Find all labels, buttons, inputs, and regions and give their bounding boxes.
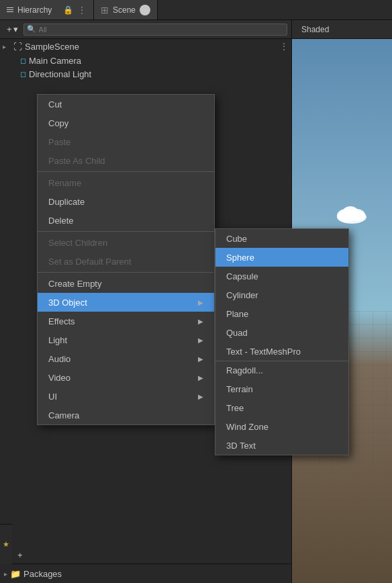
cylinder-label: Cylinder bbox=[226, 290, 258, 300]
scene-more-button[interactable]: ⋮ bbox=[279, 41, 289, 52]
audio-arrow-icon: ▶ bbox=[198, 355, 203, 363]
header-bar: Hierarchy 🔒 ⋮ ⊞ Scene bbox=[0, 0, 392, 20]
add-hierarchy-plus-icon[interactable]: + bbox=[17, 550, 23, 560]
light-icon: ◻ bbox=[20, 70, 26, 79]
hierarchy-label: Hierarchy bbox=[17, 5, 52, 15]
context-menu: Cut Copy Paste Paste As Child Rename Dup… bbox=[37, 94, 215, 425]
context-menu-cut[interactable]: Cut bbox=[38, 95, 214, 114]
context-menu-create-empty[interactable]: Create Empty bbox=[38, 274, 214, 293]
submenu-sphere[interactable]: Sphere bbox=[215, 248, 348, 267]
context-menu-audio[interactable]: Audio ▶ bbox=[38, 349, 214, 368]
cube-label: Cube bbox=[226, 234, 247, 244]
search-input[interactable] bbox=[39, 26, 284, 34]
scene-expand-arrow: ▸ bbox=[3, 43, 11, 50]
dots-icon[interactable]: ⋮ bbox=[77, 5, 87, 15]
select-children-label: Select Children bbox=[48, 238, 107, 248]
submenu-tree[interactable]: Tree bbox=[215, 398, 348, 417]
delete-label: Delete bbox=[48, 216, 74, 226]
submenu-capsule[interactable]: Capsule bbox=[215, 267, 348, 285]
ui-label: UI bbox=[48, 392, 57, 402]
submenu-wind-zone[interactable]: Wind Zone bbox=[215, 417, 348, 436]
svg-point-4 bbox=[342, 206, 358, 218]
submenu-3d-object: Cube Sphere Capsule Cylinder Plane Quad … bbox=[215, 228, 349, 455]
text-mesh-pro-label: Text - TextMeshPro bbox=[226, 347, 301, 357]
submenu-ragdoll[interactable]: Ragdoll... bbox=[215, 361, 348, 379]
3d-object-arrow-icon: ▶ bbox=[198, 299, 203, 306]
search-box: 🔍 bbox=[23, 24, 287, 36]
directional-light-label: Directional Light bbox=[29, 69, 91, 79]
submenu-3d-text[interactable]: 3D Text bbox=[215, 436, 348, 455]
add-plus-icon: + bbox=[7, 24, 12, 34]
quad-label: Quad bbox=[226, 328, 248, 338]
scene-icon: ⛶ bbox=[13, 42, 22, 52]
submenu-plane[interactable]: Plane bbox=[215, 304, 348, 323]
effects-arrow-icon: ▶ bbox=[198, 318, 203, 325]
rename-label: Rename bbox=[48, 178, 81, 188]
submenu-cube[interactable]: Cube bbox=[215, 229, 348, 248]
hierarchy-item-directional-light[interactable]: ◻ Directional Light bbox=[0, 67, 291, 81]
audio-label: Audio bbox=[48, 354, 70, 364]
context-menu-copy[interactable]: Copy bbox=[38, 114, 214, 132]
packages-label: Packages bbox=[23, 569, 62, 579]
main-camera-label: Main Camera bbox=[29, 56, 81, 66]
collapse-arrow-icon: ▸ bbox=[4, 570, 7, 578]
camera-label: Camera bbox=[48, 410, 79, 420]
unity-icon bbox=[140, 5, 150, 15]
effects-label: Effects bbox=[48, 316, 75, 326]
scene-hash-icon: ⊞ bbox=[101, 5, 109, 15]
hierarchy-toolbar: + ▾ 🔍 bbox=[0, 20, 291, 39]
context-menu-set-default-parent: Set as Default Parent bbox=[38, 252, 214, 271]
tree-label: Tree bbox=[226, 403, 244, 413]
scene-tab[interactable]: ⊞ Scene bbox=[94, 0, 158, 19]
plane-label: Plane bbox=[226, 309, 248, 319]
shaded-button[interactable]: Shaded bbox=[297, 24, 333, 36]
add-button[interactable]: + ▾ bbox=[4, 23, 21, 36]
ui-arrow-icon: ▶ bbox=[198, 393, 203, 400]
cut-label: Cut bbox=[48, 99, 62, 109]
submenu-terrain[interactable]: Terrain bbox=[215, 379, 348, 398]
terrain-label: Terrain bbox=[226, 384, 253, 394]
context-menu-duplicate[interactable]: Duplicate bbox=[38, 192, 214, 211]
context-menu-3d-object[interactable]: 3D Object ▶ bbox=[38, 293, 214, 312]
separator-2 bbox=[38, 231, 214, 232]
add-arrow-icon: ▾ bbox=[13, 24, 18, 34]
hierarchy-tab[interactable]: Hierarchy 🔒 ⋮ bbox=[0, 0, 94, 19]
cloud-shape bbox=[332, 202, 372, 228]
wind-zone-label: Wind Zone bbox=[226, 422, 268, 432]
light-label: Light bbox=[48, 335, 67, 345]
paste-label: Paste bbox=[48, 137, 70, 147]
sphere-label: Sphere bbox=[226, 253, 254, 263]
context-menu-delete[interactable]: Delete bbox=[38, 211, 214, 230]
camera-icon: ◻ bbox=[20, 56, 26, 65]
context-menu-effects[interactable]: Effects ▶ bbox=[38, 312, 214, 330]
context-menu-paste: Paste bbox=[38, 132, 214, 151]
paste-as-child-label: Paste As Child bbox=[48, 156, 105, 166]
hierarchy-icon bbox=[7, 7, 13, 12]
set-default-parent-label: Set as Default Parent bbox=[48, 257, 132, 267]
scene-toolbar: Shaded bbox=[292, 20, 392, 39]
separator-1 bbox=[38, 171, 214, 172]
scene-row[interactable]: ▸ ⛶ SampleScene ⋮ bbox=[0, 39, 291, 54]
context-menu-light[interactable]: Light ▶ bbox=[38, 330, 214, 349]
packages-folder-icon: 📁 bbox=[10, 569, 21, 579]
submenu-quad[interactable]: Quad bbox=[215, 323, 348, 342]
context-menu-select-children: Select Children bbox=[38, 233, 214, 252]
3d-text-label: 3D Text bbox=[226, 441, 256, 451]
video-label: Video bbox=[48, 373, 70, 383]
favorites-star-icon: ★ bbox=[3, 540, 9, 549]
ragdoll-label: Ragdoll... bbox=[226, 365, 263, 375]
3d-object-label: 3D Object bbox=[48, 298, 87, 308]
context-menu-video[interactable]: Video ▶ bbox=[38, 368, 214, 387]
hierarchy-item-main-camera[interactable]: ◻ Main Camera bbox=[0, 54, 291, 67]
light-arrow-icon: ▶ bbox=[198, 337, 203, 344]
submenu-text-mesh-pro[interactable]: Text - TextMeshPro bbox=[215, 342, 348, 361]
scene-label: SampleScene bbox=[25, 42, 79, 52]
lock-icon: 🔒 bbox=[63, 5, 73, 15]
context-menu-paste-as-child: Paste As Child bbox=[38, 151, 214, 170]
separator-3 bbox=[38, 272, 214, 273]
context-menu-camera[interactable]: Camera bbox=[38, 406, 214, 424]
submenu-cylinder[interactable]: Cylinder bbox=[215, 285, 348, 304]
copy-label: Copy bbox=[48, 118, 68, 128]
video-arrow-icon: ▶ bbox=[198, 374, 203, 382]
context-menu-ui[interactable]: UI ▶ bbox=[38, 387, 214, 406]
